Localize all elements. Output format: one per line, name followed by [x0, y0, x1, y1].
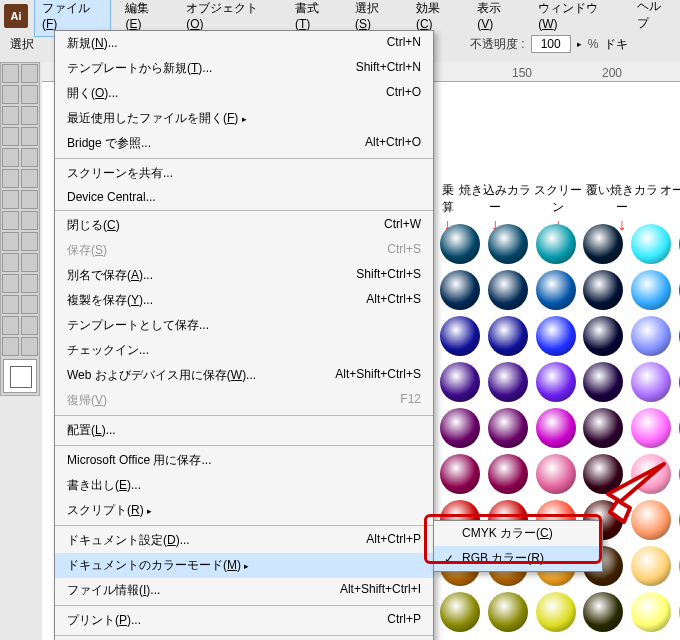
swatch-cell	[485, 222, 531, 266]
tool-eraser[interactable]	[21, 169, 38, 188]
swatch-cell	[676, 222, 680, 266]
color-mode-submenu: CMYK カラー(C)✓RGB カラー(R)	[433, 520, 603, 572]
opacity-label: 不透明度 :	[470, 36, 525, 53]
tool-mesh[interactable]	[2, 253, 19, 272]
tool-gradient[interactable]	[21, 253, 38, 272]
file-menu-item[interactable]: スクリーンを共有...	[55, 161, 433, 186]
file-menu-item[interactable]: Bridge で参照...Alt+Ctrl+O	[55, 131, 433, 156]
file-menu-item: 復帰(V)F12	[55, 388, 433, 413]
swatch-cell	[437, 360, 483, 404]
file-menu-item[interactable]: 配置(L)...	[55, 418, 433, 443]
tool-rotate[interactable]	[2, 190, 19, 209]
art-header: オーバーレイ↓	[659, 182, 680, 222]
tool-blob[interactable]	[2, 169, 19, 188]
app-window: Ai ファイル(F)編集(E)オブジェクト(O)書式(T)選択(S)効果(C)表…	[0, 0, 680, 640]
swatch-cell	[676, 452, 680, 496]
menubar: ファイル(F)編集(E)オブジェクト(O)書式(T)選択(S)効果(C)表示(V…	[34, 0, 680, 30]
tool-blend[interactable]	[21, 274, 38, 293]
swatch-cell	[533, 452, 579, 496]
swatch-cell	[628, 544, 674, 588]
swatch-cell	[628, 314, 674, 358]
file-menu-item[interactable]: Web およびデバイス用に保存(W)...Alt+Shift+Ctrl+S	[55, 363, 433, 388]
swatch-cell	[676, 590, 680, 634]
swatch-cell	[676, 544, 680, 588]
swatch-cell	[437, 268, 483, 312]
tool-slice[interactable]	[21, 316, 38, 335]
color-mode-option[interactable]: ✓RGB カラー(R)	[434, 546, 602, 571]
opacity-input[interactable]: 100	[531, 35, 571, 53]
swatch-cell	[580, 590, 626, 634]
tool-lasso[interactable]	[21, 85, 38, 104]
file-menu-item: 保存(S)Ctrl+S	[55, 238, 433, 263]
doc-label: ドキ	[604, 36, 628, 53]
file-menu-item[interactable]: テンプレートとして保存...	[55, 313, 433, 338]
art-header: 覆い焼きカラー↓	[585, 182, 659, 222]
tool-pencil[interactable]	[21, 148, 38, 167]
tool-graph[interactable]	[21, 295, 38, 314]
swatch-cell	[437, 222, 483, 266]
opacity-unit: %	[588, 37, 599, 51]
swatch-cell	[485, 314, 531, 358]
tool-shape-builder[interactable]	[2, 232, 19, 251]
swatch-cell	[676, 360, 680, 404]
art-header: スクリーン↓	[532, 182, 585, 222]
file-menu-item[interactable]: 複製を保存(Y)...Alt+Ctrl+S	[55, 288, 433, 313]
file-menu-item[interactable]: 書き出し(E)...	[55, 473, 433, 498]
swatch-cell	[628, 590, 674, 634]
tool-perspective[interactable]	[21, 232, 38, 251]
tool-symbol[interactable]	[2, 295, 19, 314]
artwork-grid	[437, 222, 680, 640]
swatch-cell	[485, 268, 531, 312]
ruler-tick: 200	[602, 66, 622, 80]
tool-pen[interactable]	[2, 106, 19, 125]
file-menu-item[interactable]: ドキュメント設定(D)...Alt+Ctrl+P	[55, 528, 433, 553]
file-menu-item[interactable]: ドキュメントのカラーモード(M) ▸	[55, 553, 433, 578]
color-mode-option[interactable]: CMYK カラー(C)	[434, 521, 602, 546]
tool-brush[interactable]	[2, 148, 19, 167]
file-menu-item[interactable]: Device Central...	[55, 186, 433, 208]
file-menu-item[interactable]: 最近使用したファイルを開く(F) ▸	[55, 106, 433, 131]
file-menu-item[interactable]: ファイル情報(I)...Alt+Shift+Ctrl+I	[55, 578, 433, 603]
swatch-cell	[533, 314, 579, 358]
swatch-cell	[485, 590, 531, 634]
tool-wand[interactable]	[2, 85, 19, 104]
art-header: 焼き込みカラー↓	[458, 182, 532, 222]
fill-stroke-swatch[interactable]	[3, 359, 37, 393]
tool-hand[interactable]	[2, 337, 19, 356]
tool-artboard[interactable]	[2, 316, 19, 335]
swatch-cell	[676, 314, 680, 358]
swatch-cell	[628, 268, 674, 312]
file-menu-item[interactable]: プリント(P)...Ctrl+P	[55, 608, 433, 633]
file-menu-item[interactable]: チェックイン...	[55, 338, 433, 363]
swatch-cell	[676, 268, 680, 312]
tool-eyedrop[interactable]	[2, 274, 19, 293]
tool-zoom[interactable]	[21, 337, 38, 356]
swatch-cell	[628, 406, 674, 450]
file-menu-item[interactable]: テンプレートから新規(T)...Shift+Ctrl+N	[55, 56, 433, 81]
tool-type[interactable]	[21, 106, 38, 125]
tool-scale[interactable]	[21, 190, 38, 209]
swatch-cell	[533, 590, 579, 634]
swatch-cell	[533, 222, 579, 266]
swatch-cell	[533, 268, 579, 312]
file-menu-item[interactable]: 閉じる(C)Ctrl+W	[55, 213, 433, 238]
tool-direct-select[interactable]	[21, 64, 38, 83]
swatch-cell	[628, 222, 674, 266]
artwork-headers: 乗算↓焼き込みカラー↓スクリーン↓覆い焼きカラー↓オーバーレイ↓	[437, 182, 680, 222]
tool-free[interactable]	[21, 211, 38, 230]
swatch-cell	[533, 406, 579, 450]
file-menu-item[interactable]: Microsoft Office 用に保存...	[55, 448, 433, 473]
file-menu-item[interactable]: スクリプト(R) ▸	[55, 498, 433, 523]
tool-rect[interactable]	[21, 127, 38, 146]
tool-selection[interactable]	[2, 64, 19, 83]
toolbox	[0, 62, 40, 396]
swatch-cell	[676, 406, 680, 450]
file-menu-item[interactable]: 開く(O)...Ctrl+O	[55, 81, 433, 106]
swatch-cell	[628, 360, 674, 404]
opacity-dropdown-icon[interactable]: ▸	[577, 39, 582, 49]
file-menu-item[interactable]: 新規(N)...Ctrl+N	[55, 31, 433, 56]
tool-width[interactable]	[2, 211, 19, 230]
swatch-cell	[485, 360, 531, 404]
file-menu-item[interactable]: 別名で保存(A)...Shift+Ctrl+S	[55, 263, 433, 288]
tool-line[interactable]	[2, 127, 19, 146]
